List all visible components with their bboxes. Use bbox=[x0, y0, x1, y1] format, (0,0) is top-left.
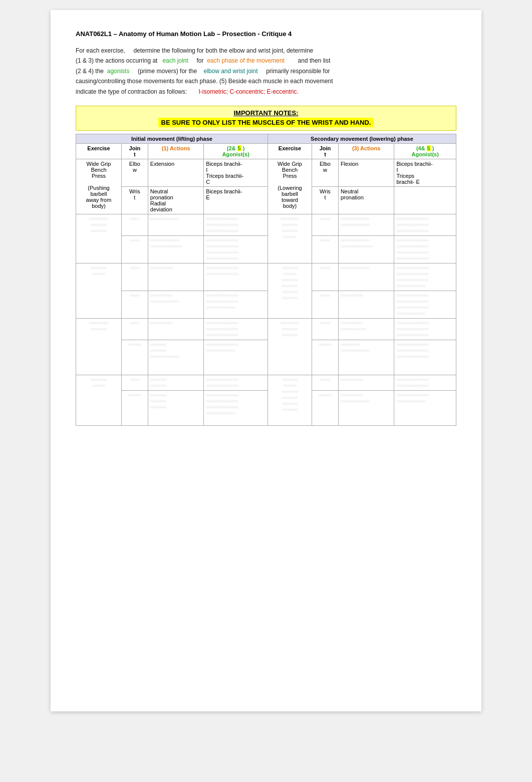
important-title: IMPORTANT NOTES: bbox=[81, 109, 451, 117]
agonist-4a-l: ~~~~~~~~~~~~~~~~~~~~~~~~~~~~~~ bbox=[204, 318, 268, 340]
joint-2a-r: ~~~ bbox=[312, 214, 339, 235]
agonist-3b-r: ~~~~~~~~~~~~~~~~~~~~~~~~~~~~~~~~~~~~~~~ bbox=[394, 291, 456, 318]
action-4a-l: ~~~~~~~ bbox=[148, 318, 204, 340]
main-table: Initial movement (lifting) phase Seconda… bbox=[76, 134, 456, 426]
table-row: ~~~~ ~~~~~~~~~~~~~~~ ~~~~~~~~~~~~~~~~~~~… bbox=[76, 390, 456, 425]
exercise-cell-right-3: ~~~~~~~~~~~~~~~~~~~~~~~~~~~~~ bbox=[268, 263, 312, 318]
table-row: ~~~~~~~~~ ~~~ ~~~~~~~~~~ ~~~~~~~~~~~~~~~… bbox=[76, 375, 456, 390]
page-title: ANAT062L1 – Anatomy of Human Motion Lab … bbox=[76, 30, 456, 38]
agonist-5a-r: ~~~~~~~~~~~~~~~~~~~~ bbox=[394, 375, 456, 390]
table-row: ~~~~~~~~~ ~~~ ~~~~~~~ ~~~~~~~~~~~~~~~~~~… bbox=[76, 263, 456, 291]
col-actions-left: (1) Actions bbox=[148, 143, 204, 159]
action-cell-left-1b: NeutralpronationRadialdeviation bbox=[148, 186, 204, 214]
exercise-cell-left-2: ~~~~~~~~~~~~~~~~ bbox=[76, 214, 122, 263]
section-left-header: Initial movement (lifting) phase bbox=[76, 134, 268, 143]
exercise-cell-left-5: ~~~~~~~~~ bbox=[76, 375, 122, 425]
joint-4b-l: ~~~~ bbox=[121, 340, 148, 375]
joint-2a-l: ~~~ bbox=[121, 214, 148, 235]
joint-cell-left-1a: Elbow bbox=[121, 159, 148, 186]
section-right-header: Secondary movement (lowering) phase bbox=[268, 134, 456, 143]
joint-4b-r: ~~~~ bbox=[312, 340, 339, 375]
action-cell-left-1a: Extension bbox=[148, 159, 204, 186]
agonist-3a-r: ~~~~~~~~~~~~~~~~~~~~~~~~~~~~~~~~~~~~~~~ bbox=[394, 263, 456, 291]
exercise-cell-right-4: ~~~~~~~~~~~~~~~~ bbox=[268, 318, 312, 375]
col-actions-right: (3) Actions bbox=[338, 143, 394, 159]
intro-line4: causing/controlling those movements for … bbox=[76, 78, 333, 85]
intro-line5: indicate the type of contraction as foll… bbox=[76, 88, 299, 95]
action-2b-l: ~~~~~~~~~~~~~~~~~~~ bbox=[148, 235, 204, 263]
table-row: Wide GripBenchPress(Pushingbarbellaway f… bbox=[76, 159, 456, 186]
table-row: Wrist NeutralpronationRadialdeviation Bi… bbox=[76, 186, 456, 214]
action-2a-r: ~~~~~~~~~~~~~~~~~~ bbox=[338, 214, 394, 235]
table-row: ~~~ ~~~~~~~~~~~~~~~~~~~ ~~~~~~~~~~~~~~~~… bbox=[76, 235, 456, 263]
joint-cell-right-1a: Elbow bbox=[312, 159, 339, 186]
col-header-row: Exercise Joint (1) Actions (2& 5 ) Agoni… bbox=[76, 143, 456, 159]
action-5a-l: ~~~~~~~~~~ bbox=[148, 375, 204, 390]
joint-3a-l: ~~~ bbox=[121, 263, 148, 291]
action-4a-r: ~~~~~~~~~~~~~~~ bbox=[338, 318, 394, 340]
action-4b-l: ~~~~~~~~~~~~~~~~~~~ bbox=[148, 340, 204, 375]
agonist-3b-l: ~~~~~~~~~~~~~~~~~~~~~~~~~~~~~ bbox=[204, 291, 268, 318]
action-3b-l: ~~~~~~~~~~~~~~~~ bbox=[148, 291, 204, 318]
agonist-5b-r: ~~~~~~~~~~~~~~~~~~~ bbox=[394, 390, 456, 425]
action-5a-r: ~~~~~~~ bbox=[338, 375, 394, 390]
intro-line3: (2 & 4) the agonists (prime movers) for … bbox=[76, 68, 330, 75]
action-3a-r: ~~~~~~~~~ bbox=[338, 263, 394, 291]
agonist-cell-left-1a: Biceps brachii-ITriceps brachii-C bbox=[204, 159, 268, 186]
agonist-4b-r: ~~~~~~~~~~~~~~~~~~~~~~~~~~~~~~ bbox=[394, 340, 456, 375]
joint-4a-r: ~~~ bbox=[312, 318, 339, 340]
exercise-cell-left-4: ~~~~~~~~~~~ bbox=[76, 318, 122, 375]
joint-5b-r: ~~~~ bbox=[312, 390, 339, 425]
exercise-cell-right-2: ~~~~~~~~~~~~~~~~~~~~ bbox=[268, 214, 312, 263]
agonist-5b-l: ~~~~~~~~~~~~~~~~~~~~~~~~~~~~~~~~~~~~~~~ bbox=[204, 390, 268, 425]
action-2a-l: ~~~~~~~~~ bbox=[148, 214, 204, 235]
col-joint-right: Joint bbox=[312, 143, 339, 159]
exercise-cell-right-1: Wide GripBenchPress(Loweringbarbelltowar… bbox=[268, 159, 312, 214]
table-row: ~~~ ~~~~~~~~~~~~~~~~ ~~~~~~~~~~~~~~~~~~~… bbox=[76, 291, 456, 318]
exercise-cell-left-3: ~~~~~~~~~ bbox=[76, 263, 122, 318]
joint-5a-r: ~~~ bbox=[312, 375, 339, 390]
section-header-row: Initial movement (lifting) phase Seconda… bbox=[76, 134, 456, 143]
agonist-4b-l: ~~~~~~~~~~~~~~~~~~~ bbox=[204, 340, 268, 375]
agonist-5a-l: ~~~~~~~~~~~~~~~~~~~~ bbox=[204, 375, 268, 390]
col-exercise-left: Exercise bbox=[76, 143, 122, 159]
table-row: ~~~~~~~~~~~~~~~~ ~~~ ~~~~~~~~~ ~~~~~~~~~… bbox=[76, 214, 456, 235]
table-container: Initial movement (lifting) phase Seconda… bbox=[76, 134, 456, 426]
exercise-cell-left-1: Wide GripBenchPress(Pushingbarbellaway f… bbox=[76, 159, 122, 214]
agonist-2b-l: ~~~~~~~~~~~~~~~~~~~~~~~~~~~~~~~~~~~~~~~~ bbox=[204, 235, 268, 263]
joint-3b-l: ~~~ bbox=[121, 291, 148, 318]
col-joint-left: Joint bbox=[121, 143, 148, 159]
important-box: IMPORTANT NOTES: BE SURE TO ONLY LIST TH… bbox=[76, 106, 456, 131]
action-5b-r: ~~~~~~~~~~~~~~~~ bbox=[338, 390, 394, 425]
action-4b-r: ~~~~~~~~~~~~~~~ bbox=[338, 340, 394, 375]
intro-text: For each exercise, determine the followi… bbox=[76, 46, 456, 97]
joint-4a-l: ~~~ bbox=[121, 318, 148, 340]
agonist-cell-right-1b bbox=[394, 186, 456, 214]
agonist-cell-left-1b: Biceps brachii-E bbox=[204, 186, 268, 214]
agonist-2a-r: ~~~~~~~~~~~~~~~~~~~~~~~~~~~~~~ bbox=[394, 214, 456, 235]
col-agonist-right: (4& 5 ) Agonist(s) bbox=[394, 143, 456, 159]
joint-cell-right-1b: Wrist bbox=[312, 186, 339, 214]
joint-5a-l: ~~~ bbox=[121, 375, 148, 390]
agonist-2a-l: ~~~~~~~~~~~~~~~~~~~~~~~~~~~~~~ bbox=[204, 214, 268, 235]
joint-5b-l: ~~~~ bbox=[121, 390, 148, 425]
action-3a-l: ~~~~~~~ bbox=[148, 263, 204, 291]
action-5b-l: ~~~~~~~~~~~~~~~ bbox=[148, 390, 204, 425]
page: ANAT062L1 – Anatomy of Human Motion Lab … bbox=[51, 10, 481, 711]
action-cell-right-1a: Flexion bbox=[338, 159, 394, 186]
action-cell-right-1b: Neutralpronation bbox=[338, 186, 394, 214]
joint-2b-r: ~~~ bbox=[312, 235, 339, 263]
agonist-3a-l: ~~~~~~~~~~~~~~~~~~~~ bbox=[204, 263, 268, 291]
agonist-2b-r: ~~~~~~~~~~~~~~~~~~~~~~~~~~~~~~~~~~~~~~~~ bbox=[394, 235, 456, 263]
table-row: ~~~~ ~~~~~~~~~~~~~~~~~~~ ~~~~~~~~~~~~~~~… bbox=[76, 340, 456, 375]
important-note: BE SURE TO ONLY LIST THE MUSCLES OF THE … bbox=[158, 118, 374, 127]
col-agonist-left: (2& 5 ) Agonist(s) bbox=[204, 143, 268, 159]
table-row: ~~~~~~~~~~~ ~~~ ~~~~~~~ ~~~~~~~~~~~~~~~~… bbox=[76, 318, 456, 340]
agonist-4a-r: ~~~~~~~~~~~~~~~~~~~~~~~~~~~~~~ bbox=[394, 318, 456, 340]
joint-3a-r: ~~~ bbox=[312, 263, 339, 291]
action-2b-r: ~~~~~~~~~~~~~~~~~~~ bbox=[338, 235, 394, 263]
joint-2b-l: ~~~ bbox=[121, 235, 148, 263]
action-3b-r: ~~~~~~~ bbox=[338, 291, 394, 318]
intro-line1: For each exercise, determine the followi… bbox=[76, 47, 313, 54]
joint-cell-left-1b: Wrist bbox=[121, 186, 148, 214]
